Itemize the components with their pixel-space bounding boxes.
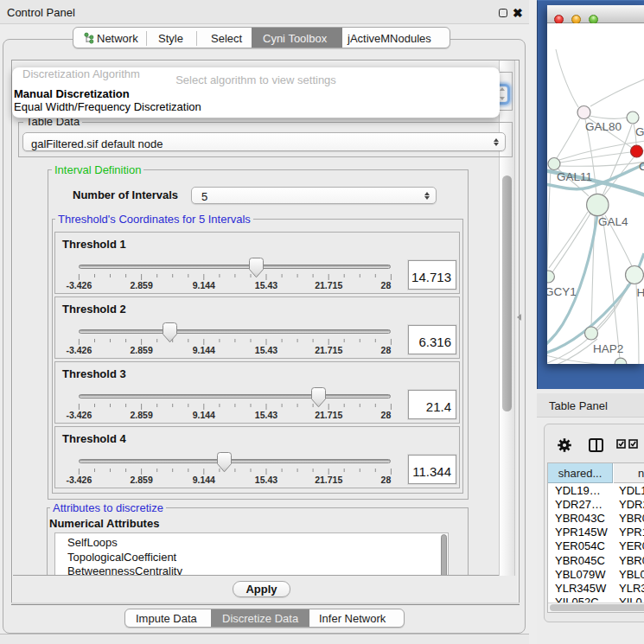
svg-text:H: H [637, 286, 644, 299]
svg-text:GAL4: GAL4 [598, 215, 628, 228]
svg-text:GAL11: GAL11 [557, 170, 592, 183]
svg-text:GAL80: GAL80 [585, 120, 622, 133]
svg-text:HAP2: HAP2 [593, 342, 623, 355]
svg-text:GCY1: GCY1 [547, 285, 577, 298]
svg-text:C: C [639, 160, 644, 173]
svg-text:GA: GA [635, 125, 644, 138]
